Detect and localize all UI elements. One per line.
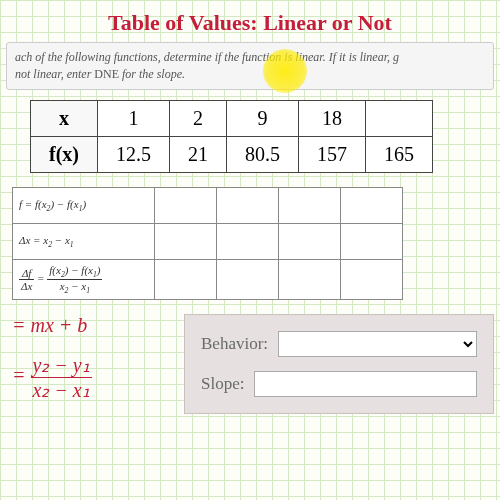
table-row: Δx = x2 − x1 bbox=[13, 223, 403, 259]
calc-label-df: f = f(x2) − f(x1) bbox=[13, 187, 155, 223]
values-table: x 1 2 9 18 f(x) 12.5 21 80.5 157 165 bbox=[30, 100, 433, 173]
slope-formula: = y₂ − y₁ x₂ − x₁ bbox=[12, 353, 166, 402]
calc-cell bbox=[279, 259, 341, 299]
table-row: f(x) 12.5 21 80.5 157 165 bbox=[31, 136, 433, 172]
slope-input[interactable] bbox=[254, 371, 477, 397]
row-label-fx: f(x) bbox=[31, 136, 98, 172]
cell: 9 bbox=[226, 100, 298, 136]
calc-table: f = f(x2) − f(x1) Δx = x2 − x1 ΔfΔx = f(… bbox=[12, 187, 403, 300]
cell: 12.5 bbox=[97, 136, 169, 172]
prompt-line2c: for the slope. bbox=[122, 67, 185, 81]
prompt-line1: ach of the following functions, determin… bbox=[15, 50, 399, 64]
cell: 21 bbox=[169, 136, 226, 172]
cell: 18 bbox=[298, 100, 365, 136]
calc-cell bbox=[217, 259, 279, 299]
table-row: x 1 2 9 18 bbox=[31, 100, 433, 136]
table-row: f = f(x2) − f(x1) bbox=[13, 187, 403, 223]
prompt-dne: DNE bbox=[94, 67, 119, 81]
cell: 2 bbox=[169, 100, 226, 136]
calc-label-dx: Δx = x2 − x1 bbox=[13, 223, 155, 259]
instruction-box: ach of the following functions, determin… bbox=[6, 42, 494, 90]
calc-cell bbox=[217, 187, 279, 223]
behavior-label: Behavior: bbox=[201, 334, 268, 354]
calc-cell bbox=[217, 223, 279, 259]
calc-cell bbox=[279, 223, 341, 259]
calc-cell bbox=[155, 187, 217, 223]
cell: 157 bbox=[298, 136, 365, 172]
slope-label: Slope: bbox=[201, 374, 244, 394]
behavior-select[interactable] bbox=[278, 331, 477, 357]
prompt-line2a: not linear, enter bbox=[15, 67, 94, 81]
calc-cell bbox=[341, 259, 403, 299]
cell bbox=[365, 100, 432, 136]
calc-cell bbox=[279, 187, 341, 223]
calc-cell bbox=[155, 223, 217, 259]
answer-panel: Behavior: Slope: bbox=[184, 314, 494, 414]
calc-cell bbox=[155, 259, 217, 299]
page-title: Table of Values: Linear or Not bbox=[6, 10, 494, 36]
table-row: ΔfΔx = f(x2) − f(x1)x2 − x1 bbox=[13, 259, 403, 299]
calc-cell bbox=[341, 187, 403, 223]
cell: 165 bbox=[365, 136, 432, 172]
linear-formula: = mx + b bbox=[12, 314, 166, 337]
calc-cell bbox=[341, 223, 403, 259]
cell: 1 bbox=[97, 100, 169, 136]
cell: 80.5 bbox=[226, 136, 298, 172]
formula-block: = mx + b = y₂ − y₁ x₂ − x₁ bbox=[6, 314, 166, 402]
calc-label-ratio: ΔfΔx = f(x2) − f(x1)x2 − x1 bbox=[13, 259, 155, 299]
row-label-x: x bbox=[31, 100, 98, 136]
